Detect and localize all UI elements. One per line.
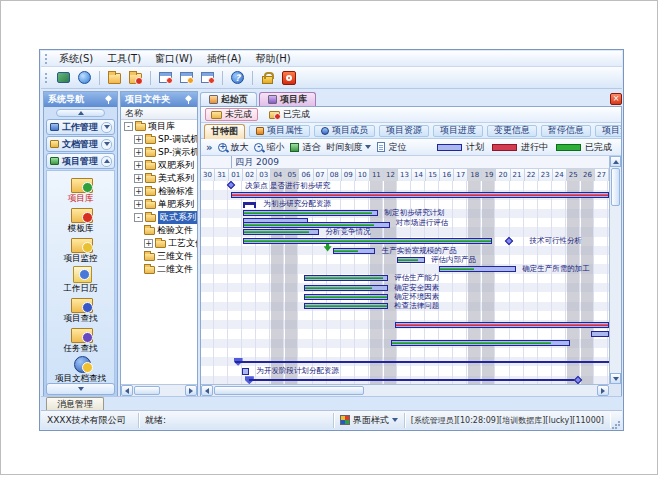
tree-node-1[interactable]: +SP-调试机系 [121,133,197,146]
zoom-out-button[interactable]: -缩小 [254,141,284,154]
close-icon[interactable]: × [610,93,622,105]
sidebar-section-collapsed[interactable] [46,383,115,395]
gantt-summary-bracket[interactable] [243,202,256,205]
toolbar-button-globe-icon[interactable] [75,69,94,87]
menu-item-3[interactable]: 插件(A) [200,51,249,66]
sidebar-item-0[interactable]: 项目库 [47,174,114,203]
tree-node-0[interactable]: -项目库 [121,120,197,133]
gantt-bar-inprogress[interactable] [231,192,609,198]
toolbar-button-system-icon[interactable] [54,69,73,87]
gantt-bar-task[interactable] [397,257,425,263]
menu-item-2[interactable]: 窗口(W) [148,51,200,66]
expander-minus-icon[interactable]: - [134,213,143,222]
view-tab-0[interactable]: 甘特图 [204,124,245,139]
scroll-thumb[interactable] [611,168,620,206]
gantt-bar-task[interactable] [304,303,388,309]
fit-button[interactable]: 适合 [290,141,320,154]
expander-minus-icon[interactable]: - [124,122,133,131]
gantt-bar-task[interactable] [243,210,378,216]
sidebar-section-1[interactable]: 文档管理 [46,136,115,152]
tree-node-5[interactable]: +检验标准 [121,185,197,198]
scroll-up-button[interactable] [610,156,621,167]
chevron-down-icon[interactable] [101,139,112,150]
expander-plus-icon[interactable]: + [144,239,153,248]
filter-more-chevron-icon[interactable] [321,106,327,124]
gantt-vscrollbar[interactable] [609,156,621,384]
view-tab-1[interactable]: 项目属性 [249,125,310,137]
tab-start-page[interactable]: 起始页 [200,92,257,106]
toolbar-button-folder-icon[interactable] [105,69,124,87]
expander-plus-icon[interactable]: + [134,135,143,144]
expander-plus-icon[interactable]: + [134,161,143,170]
sidebar-item-5[interactable]: 任务查找 [47,324,114,353]
ui-style-dropdown[interactable]: 界面样式 [334,413,405,428]
toolbar-button-window-mail-icon[interactable] [156,69,175,87]
expander-plus-icon[interactable]: + [134,174,143,183]
gantt-bar-plan[interactable] [591,331,609,337]
scroll-left-button[interactable] [201,385,213,396]
pin-icon[interactable] [185,95,193,104]
gantt-bar-task[interactable] [391,340,570,346]
tree-hscrollbar[interactable] [121,384,197,396]
tree-node-10[interactable]: 三维文件 [121,250,197,263]
expander-plus-icon[interactable]: + [134,187,143,196]
tree-node-2[interactable]: +SP-演示机系 [121,146,197,159]
tree-node-8[interactable]: 检验文件 [121,224,197,237]
pin-icon[interactable] [105,95,113,104]
toolbar-button-lock-icon[interactable] [258,69,277,87]
scroll-thumb[interactable] [134,386,160,395]
tree-node-7[interactable]: -欧式系列 [121,211,197,224]
filter-unfinished[interactable]: 未完成 [205,108,258,121]
sidebar-scroll-up[interactable] [56,109,105,117]
sidebar-item-6[interactable]: 项目文档查找 [47,354,114,383]
chevron-down-icon[interactable] [101,122,112,133]
scroll-down-button[interactable] [610,373,621,384]
toolbar-button-folder-open-icon[interactable] [126,69,145,87]
gantt-bar-task[interactable] [304,294,388,300]
view-tab-6[interactable]: 暂停信息 [541,125,591,137]
gantt-bar-task[interactable] [304,285,388,291]
gantt-bar-task[interactable] [333,248,375,254]
time-scale-dropdown[interactable]: 时间刻度 [326,141,371,154]
zoom-in-button[interactable]: +放大 [218,141,248,154]
sidebar-item-4[interactable]: 项目查找 [47,294,114,323]
locate-button[interactable]: 定位 [377,141,406,154]
sidebar-item-2[interactable]: 项目监控 [47,234,114,263]
sidebar-section-2[interactable]: 项目管理 [46,153,115,169]
filter-finished[interactable]: 已完成 [263,108,316,121]
gantt-bar-task[interactable] [304,275,388,281]
sidebar-item-3[interactable]: 工作日历 [47,264,114,293]
menu-item-0[interactable]: 系统(S) [52,51,100,66]
gantt-bar-task[interactable] [243,229,319,235]
sidebar-item-1[interactable]: 模板库 [47,204,114,233]
tree-node-4[interactable]: +美式系列 [121,172,197,185]
view-tab-7[interactable]: 项目预算 [595,125,622,137]
tree-node-3[interactable]: +双肥系列 [121,159,197,172]
scroll-thumb[interactable] [214,386,364,395]
menu-item-1[interactable]: 工具(T) [100,51,148,66]
tab-project-lib[interactable]: 项目库 [259,92,316,106]
scroll-left-button[interactable] [121,385,133,396]
scroll-right-button[interactable] [597,385,609,396]
resize-grip[interactable] [612,413,622,428]
gantt-bar-task[interactable] [243,238,492,244]
gantt-bar-inprogress[interactable] [395,322,609,328]
menu-item-4[interactable]: 帮助(H) [248,51,297,66]
chevron-up-icon[interactable] [101,156,112,167]
gantt-summary-line[interactable] [235,361,609,363]
gantt-bar-task[interactable] [439,266,516,272]
tree-column-header[interactable]: 名称 [121,107,197,120]
gantt-chart[interactable]: 决策点 是否进行初步研究为初步研究分配资源制定初步研究计划对市场进行评估分析竞争… [201,181,609,385]
view-tab-5[interactable]: 变更信息 [487,125,537,137]
toolbar-button-window-edit-icon[interactable] [177,69,196,87]
toolbar-button-exit-icon[interactable] [279,69,298,87]
tree-node-9[interactable]: +工艺文件 [121,237,197,250]
gantt-summary-line[interactable] [249,379,575,381]
gantt-marker-box[interactable] [242,368,249,375]
overflow-chevron-icon[interactable]: » [206,142,212,153]
message-manager-tab[interactable]: 消息管理 [46,397,104,410]
toolbar-button-help-icon[interactable] [228,69,247,87]
tree-node-11[interactable]: 二维文件 [121,263,197,276]
expander-plus-icon[interactable]: + [134,200,143,209]
view-tab-4[interactable]: 项目进度 [433,125,483,137]
